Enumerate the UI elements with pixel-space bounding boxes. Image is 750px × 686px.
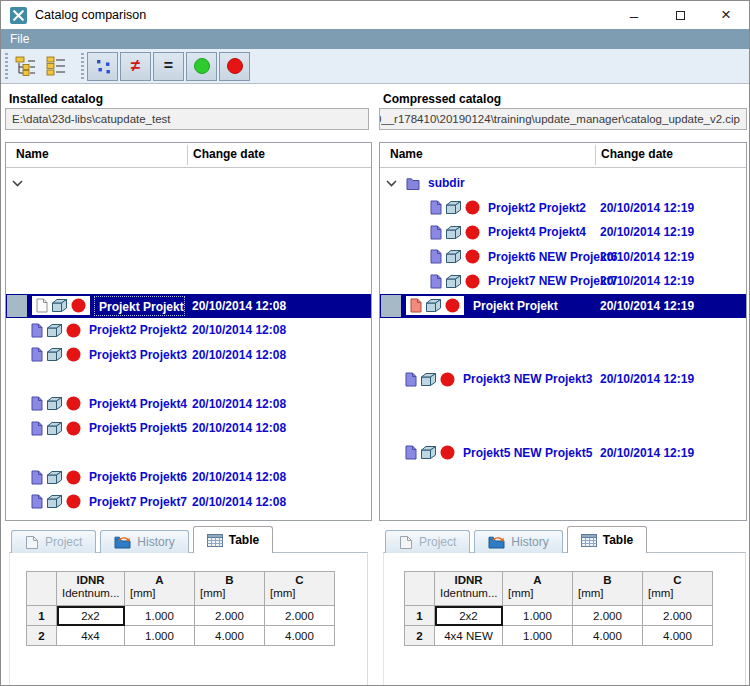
table-cell[interactable]: 1.000 [125,626,195,646]
tree-row-empty [380,392,746,417]
table-column-header[interactable]: IDNRIdentnum... [57,572,125,606]
menu-file[interactable]: File [1,29,38,49]
table-cell[interactable]: 4.000 [643,626,713,646]
table-column-header[interactable]: C[mm] [643,572,713,606]
cube-icon [46,470,63,485]
compressed-catalog-path-field[interactable]: 00__r178410\20190124\training\update_man… [379,108,747,130]
table-row-header[interactable]: 2 [405,626,435,646]
column-header-name[interactable]: Name [16,147,49,161]
table-cell[interactable]: 2.000 [573,606,643,626]
menubar: File [1,29,749,49]
table-cell[interactable]: 4.000 [573,626,643,646]
status-red-button[interactable] [219,52,250,81]
tree-row-item[interactable]: Projekt6 NEW Projekt620/10/2014 12:19 [380,245,746,270]
table-cell[interactable]: 4x4 NEW [435,626,503,646]
table-cell[interactable]: 2.000 [195,606,265,626]
installed-catalog-path-field[interactable]: E:\data\23d-libs\catupdate_test [5,108,369,130]
table-row-header[interactable]: 2 [27,626,57,646]
tree-structure-view-button[interactable] [11,52,41,80]
toolbar-gripper[interactable] [5,53,8,79]
parameter-table: IDNRIdentnum...A[mm]B[mm]C[mm]12x21.0002… [404,571,713,646]
tree-row-item[interactable]: Projekt7 NEW Projekt720/10/2014 12:19 [380,269,746,294]
table-cell[interactable]: 4.000 [265,626,335,646]
tab-project[interactable]: Project [11,530,96,553]
tree-row-item[interactable]: Projekt Projekt20/10/2014 12:08 [6,294,371,319]
column-header-change-date[interactable]: Change date [193,147,265,161]
toolbar-gripper[interactable] [81,53,84,79]
column-header-change-date[interactable]: Change date [601,147,673,161]
table-cell[interactable]: 2x2 [57,606,125,626]
table-cell[interactable]: 4x4 [57,626,125,646]
expander-chevron-icon[interactable] [12,180,23,187]
table-cell[interactable]: 1.000 [125,606,195,626]
catalog-comparison-window: Catalog comparison – × File [0,0,750,686]
tree-row-empty [380,490,746,515]
tree-row-item[interactable]: Projekt4 Projekt420/10/2014 12:08 [6,392,371,417]
status-circle-icon [465,249,480,264]
tree-row-root[interactable] [6,171,371,196]
item-name: Projekt5 NEW Projekt5 [463,446,592,460]
tree-row-item[interactable]: Projekt2 Projekt220/10/2014 12:19 [380,196,746,221]
installed-catalog-label: Installed catalog [9,92,103,106]
table-cell[interactable]: 2.000 [643,606,713,626]
cube-icon [445,225,462,240]
table-column-header[interactable]: B[mm] [573,572,643,606]
show-differences-button[interactable] [87,52,118,81]
tree-row-item[interactable]: Projekt6 Projekt620/10/2014 12:08 [6,465,371,490]
table-cell[interactable]: 1.000 [503,606,573,626]
table-column-header[interactable]: C[mm] [265,572,335,606]
show-not-equal-button[interactable]: ≠ [120,52,151,81]
tab-history[interactable]: History [100,530,188,553]
column-header-name[interactable]: Name [390,147,423,161]
tree-row-item[interactable]: Projekt4 Projekt420/10/2014 12:19 [380,220,746,245]
table-cell[interactable]: 1.000 [503,626,573,646]
table-row-header[interactable]: 1 [27,606,57,626]
tree-row-item[interactable]: Projekt Projekt20/10/2014 12:19 [380,294,746,319]
show-equal-button[interactable]: = [153,52,184,81]
tree-row-item[interactable]: Projekt5 NEW Projekt520/10/2014 12:19 [380,441,746,466]
table-column-header[interactable]: B[mm] [195,572,265,606]
tab-history[interactable]: History [474,530,562,553]
table-corner-cell [405,572,435,606]
tree-row-item[interactable]: Projekt3 Projekt320/10/2014 12:08 [6,343,371,368]
item-icons [430,274,480,289]
tree-row-item[interactable]: Projekt5 Projekt520/10/2014 12:08 [6,416,371,441]
tree-row-empty [380,343,746,368]
table-cell[interactable]: 2.000 [265,606,335,626]
status-green-button[interactable] [186,52,217,81]
document-icon [430,225,442,240]
table-cell[interactable]: 4.000 [195,626,265,646]
item-icons [430,249,480,264]
table-column-header[interactable]: IDNRIdentnum... [435,572,503,606]
tree-row-folder[interactable]: subdir [380,171,746,196]
table-row-header[interactable]: 1 [405,606,435,626]
item-icons [31,470,81,485]
tree-list-view-button[interactable] [41,52,71,80]
folder-name: subdir [428,176,465,190]
maximize-button[interactable] [657,1,703,29]
tab-table[interactable]: Table [567,526,647,553]
close-button[interactable]: × [703,1,749,29]
tree-row-item[interactable]: Projekt2 Projekt220/10/2014 12:08 [6,318,371,343]
expander-chevron-icon[interactable] [386,180,397,187]
cube-icon [46,323,63,338]
tab-table[interactable]: Table [193,526,273,553]
status-circle-icon [66,396,81,411]
tab-project[interactable]: Project [385,530,470,553]
table-cell[interactable]: 2x2 [435,606,503,626]
tree-header: Name Change date [6,143,371,168]
document-icon [430,249,442,264]
row-selection-marker [381,295,401,318]
tree-row-item[interactable]: Projekt3 NEW Projekt320/10/2014 12:19 [380,367,746,392]
minimize-button[interactable]: – [611,1,657,29]
table-column-header[interactable]: A[mm] [503,572,573,606]
tree-row-item[interactable]: Projekt7 Projekt720/10/2014 12:08 [6,490,371,515]
project-document-icon [399,535,413,550]
cube-icon [445,249,462,264]
maximize-icon [676,11,685,20]
cube-icon [445,274,462,289]
table-column-header[interactable]: A[mm] [125,572,195,606]
column-header-unit: [mm] [125,587,194,599]
history-folder-icon [114,535,131,549]
item-name: Projekt4 Projekt4 [89,397,187,411]
